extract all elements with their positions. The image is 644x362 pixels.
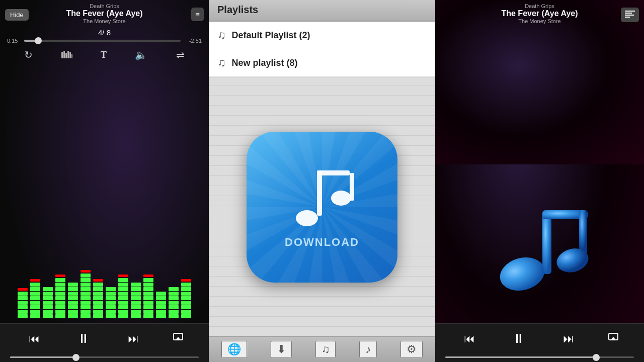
eq-bar-4 [55,275,66,318]
eq-bar-12 [155,288,167,318]
right-prev-button[interactable]: ⏮ [460,331,479,346]
svg-rect-2 [65,53,67,58]
svg-rect-16 [625,17,630,18]
playlist-name-default: Default Playlist (2) [232,30,310,41]
track-counter: 4/ 8 [0,28,209,37]
eq-bar-13 [168,284,179,318]
download-label: DOWNLOAD [285,236,359,249]
eq-bar-10 [130,279,141,318]
playlists-title: Playlists [217,4,427,16]
right-volume-fill [445,356,596,358]
tab-queue[interactable]: ♪ [359,341,377,358]
eq-bar-3 [42,284,53,318]
svg-rect-10 [317,170,350,175]
tab-globe[interactable]: 🌐 [221,341,247,358]
eq-bar-9 [118,275,129,318]
playlist-item-default[interactable]: ♫ Default Playlist (2) [209,22,435,49]
svg-rect-12 [350,173,354,201]
right-volume-track[interactable] [445,356,634,358]
volume-button[interactable]: 🔈 [132,48,150,62]
tab-settings[interactable]: ⚙ [400,341,423,358]
right-artist-name: Death Grips [440,3,639,9]
progress-bar-container: 0:15 -2:51 [0,38,209,44]
tab-download[interactable]: ⬇ [271,341,292,358]
right-menu-button[interactable] [621,8,639,22]
left-prev-button[interactable]: ⏮ [25,331,44,346]
eq-bar-2 [30,279,41,318]
right-pause-button[interactable]: ⏸ [508,330,529,347]
eq-bar-7 [93,279,104,318]
right-album-name: The Money Store [440,18,639,24]
eq-bar-8 [105,284,116,318]
playlist-item-new[interactable]: ♫ New playlist (8) [209,49,435,77]
left-player-panel: Hide Death Grips The Fever (Aye Aye) The… [0,0,209,362]
music-note-3d-icon [485,191,595,297]
track-total: 8 [107,28,111,37]
time-elapsed: 0:15 [7,38,21,44]
equalizer-button[interactable] [58,48,75,62]
eq-bar-1 [17,288,28,318]
eq-visualizer [0,65,209,323]
right-top-bar: Death Grips The Fever (Aye Aye) The Mone… [435,0,644,164]
time-remaining: -2:51 [184,38,202,44]
eq-bar-6 [80,270,91,318]
left-song-title: The Fever (Aye Aye) [5,9,204,18]
left-album-name: The Money Store [5,18,204,24]
right-song-title: The Fever (Aye Aye) [440,9,639,18]
svg-point-17 [496,252,548,295]
left-next-button[interactable]: ⏭ [124,331,143,346]
left-pause-button[interactable]: ⏸ [73,330,94,347]
left-volume-track[interactable] [10,356,199,358]
playlist-list: ♫ Default Playlist (2) ♫ New playlist (8… [209,22,435,77]
left-volume-fill [10,356,76,358]
eq-bar-11 [143,275,154,318]
right-airplay-button[interactable] [607,331,619,346]
eq-bar-14 [181,279,192,318]
left-volume-container [0,353,209,362]
track-slash: / [102,28,106,37]
right-volume-container [435,353,644,362]
right-player-panel: Hide Death Grips The Fever (Aye Aye) The… [435,0,644,362]
svg-point-11 [331,191,351,206]
playlist-icon-default: ♫ [217,29,226,42]
download-button[interactable]: DOWNLOAD [247,132,397,283]
right-volume-thumb[interactable] [593,354,600,361]
right-next-button[interactable]: ⏭ [559,331,578,346]
left-airplay-button[interactable] [172,331,184,346]
playlist-name-new: New playlist (8) [232,58,298,68]
svg-rect-14 [625,13,632,14]
svg-rect-4 [69,52,71,58]
svg-rect-1 [63,51,65,58]
tab-playlist[interactable]: ♫ [315,341,336,358]
download-area: DOWNLOAD [209,77,435,336]
left-hide-button[interactable]: Hide [5,9,29,21]
right-transport-bar: ⏮ ⏸ ⏭ [435,323,644,353]
controls-row: ↻ T 🔈 ⇌ [0,46,209,65]
svg-rect-9 [317,170,322,216]
svg-rect-0 [61,52,63,58]
lyrics-button[interactable]: T [98,49,110,61]
svg-rect-3 [67,51,69,58]
repeat-button[interactable]: ↻ [21,48,36,62]
center-panel: Playlists ♫ Default Playlist (2) ♫ New p… [209,0,435,362]
progress-thumb[interactable] [35,37,42,44]
left-transport-bar: ⏮ ⏸ ⏭ [0,323,209,353]
playlist-icon-new: ♫ [217,56,226,69]
svg-rect-5 [71,54,72,58]
eq-bar-5 [67,279,78,318]
right-album-area [435,164,644,324]
left-volume-thumb[interactable] [72,354,79,361]
center-header: Playlists [209,0,435,22]
progress-track[interactable] [24,40,181,42]
svg-point-8 [296,210,318,226]
svg-rect-20 [579,210,587,255]
shuffle-button[interactable]: ⇌ [173,48,188,62]
center-bottom-bar: 🌐 ⬇ ♫ ♪ ⚙ [209,336,435,362]
left-menu-button[interactable]: ≡ [191,8,204,21]
left-artist-name: Death Grips [5,3,204,9]
svg-rect-18 [542,211,551,274]
svg-rect-15 [625,15,634,16]
svg-rect-13 [625,11,635,12]
left-top-bar: Death Grips The Fever (Aye Aye) The Mone… [0,0,209,26]
